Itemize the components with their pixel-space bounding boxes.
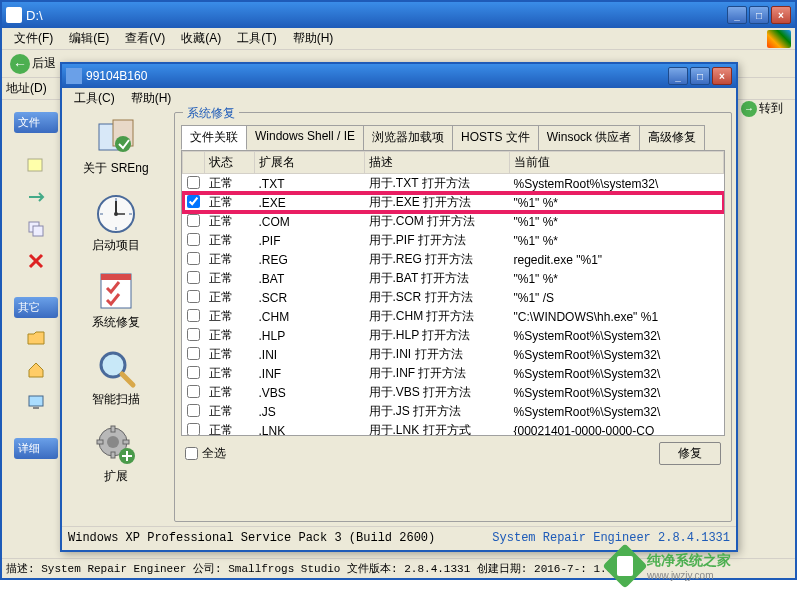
row-status: 正常: [205, 212, 255, 231]
delete-red-x-icon: [26, 251, 46, 271]
repair-button[interactable]: 修复: [659, 442, 721, 465]
table-row[interactable]: 正常.JS用于.JS 打开方法%SystemRoot%\System32\: [183, 402, 724, 421]
row-ext: .SCR: [255, 288, 365, 307]
col-status[interactable]: 状态: [205, 152, 255, 174]
row-status: 正常: [205, 231, 255, 250]
menu-view[interactable]: 查看(V): [117, 28, 173, 49]
row-value: "%1" /S: [510, 288, 724, 307]
tab-browser-addons[interactable]: 浏览器加载项: [363, 125, 453, 150]
table-row[interactable]: 正常.INF用于.INF 打开方法%SystemRoot%\System32\: [183, 364, 724, 383]
row-checkbox[interactable]: [187, 252, 200, 265]
sreng-window-buttons: _ □ ×: [668, 67, 732, 85]
table-row[interactable]: 正常.TXT用于.TXT 打开方法%SystemRoot%\system32\: [183, 174, 724, 194]
sreng-status-right[interactable]: System Repair Engineer 2.8.4.1331: [492, 531, 730, 545]
row-value: %SystemRoot%\System32\: [510, 345, 724, 364]
sidebar-label-about: 关于 SREng: [83, 160, 148, 177]
row-value: %SystemRoot%\System32\: [510, 383, 724, 402]
row-status: 正常: [205, 174, 255, 194]
tab-shell-ie[interactable]: Windows Shell / IE: [246, 125, 364, 150]
row-checkbox[interactable]: [187, 214, 200, 227]
tab-file-assoc[interactable]: 文件关联: [181, 125, 247, 150]
row-checkbox[interactable]: [187, 385, 200, 398]
back-label: 后退: [32, 55, 56, 72]
row-checkbox[interactable]: [187, 271, 200, 284]
table-row[interactable]: 正常.BAT用于.BAT 打开方法"%1" %*: [183, 269, 724, 288]
sidebar-item-extensions[interactable]: 扩展: [66, 420, 166, 489]
row-checkbox[interactable]: [187, 195, 200, 208]
row-checkbox[interactable]: [187, 233, 200, 246]
table-row[interactable]: 正常.INI用于.INI 打开方法%SystemRoot%\System32\: [183, 345, 724, 364]
row-desc: 用于.PIF 打开方法: [365, 231, 510, 250]
outer-minimize-button[interactable]: _: [727, 6, 747, 24]
goto-label[interactable]: 转到: [759, 100, 783, 117]
select-all-checkbox[interactable]: [185, 447, 198, 460]
table-row[interactable]: 正常.PIF用于.PIF 打开方法"%1" %*: [183, 231, 724, 250]
sreng-title-bar[interactable]: 99104B160 _ □ ×: [62, 64, 736, 88]
file-assoc-table-area: 状态 扩展名 描述 当前值 正常.TXT用于.TXT 打开方法%SystemRo…: [181, 150, 725, 436]
svg-rect-23: [111, 452, 115, 458]
menu-file[interactable]: 文件(F): [6, 28, 61, 49]
row-checkbox[interactable]: [187, 347, 200, 360]
col-check[interactable]: [183, 152, 205, 174]
menu-tools[interactable]: 工具(T): [229, 28, 284, 49]
outer-maximize-button[interactable]: □: [749, 6, 769, 24]
row-checkbox[interactable]: [187, 328, 200, 341]
svg-rect-22: [111, 426, 115, 432]
bg-tab-details[interactable]: 详细: [14, 438, 58, 459]
back-button[interactable]: ← 后退: [6, 52, 60, 76]
outer-menu-bar: 文件(F) 编辑(E) 查看(V) 收藏(A) 工具(T) 帮助(H): [2, 28, 795, 50]
outer-close-button[interactable]: ×: [771, 6, 791, 24]
svg-rect-4: [33, 407, 39, 409]
menu-favorites[interactable]: 收藏(A): [173, 28, 229, 49]
watermark: 纯净系统之家 www.jwzjy.com: [609, 548, 789, 584]
table-row[interactable]: 正常.CHM用于.CHM 打开方法"C:\WINDOWS\hh.exe" %1: [183, 307, 724, 326]
col-desc[interactable]: 描述: [365, 152, 510, 174]
table-row[interactable]: 正常.COM用于.COM 打开方法"%1" %*: [183, 212, 724, 231]
col-ext[interactable]: 扩展名: [255, 152, 365, 174]
row-checkbox[interactable]: [187, 423, 200, 436]
sreng-close-button[interactable]: ×: [712, 67, 732, 85]
table-row[interactable]: 正常.REG用于.REG 打开方法regedit.exe "%1": [183, 250, 724, 269]
row-status: 正常: [205, 288, 255, 307]
startup-clock-icon: [95, 193, 137, 235]
row-ext: .REG: [255, 250, 365, 269]
bg-tab-other[interactable]: 其它: [14, 297, 58, 318]
about-icon: [95, 116, 137, 158]
row-ext: .LNK: [255, 421, 365, 436]
goto-button-area: → 转到: [741, 100, 783, 117]
tab-advanced[interactable]: 高级修复: [639, 125, 705, 150]
table-row[interactable]: 正常.VBS用于.VBS 打开方法%SystemRoot%\System32\: [183, 383, 724, 402]
row-desc: 用于.INF 打开方法: [365, 364, 510, 383]
tab-hosts[interactable]: HOSTS 文件: [452, 125, 539, 150]
table-row[interactable]: 正常.HLP用于.HLP 打开方法%SystemRoot%\System32\: [183, 326, 724, 345]
table-row[interactable]: 正常.EXE用于.EXE 打开方法"%1" %*: [183, 193, 724, 212]
sidebar-item-about[interactable]: 关于 SREng: [66, 112, 166, 181]
watermark-sub: www.jwzjy.com: [647, 570, 731, 581]
sreng-menu-help[interactable]: 帮助(H): [123, 88, 180, 109]
row-checkbox[interactable]: [187, 366, 200, 379]
row-status: 正常: [205, 193, 255, 212]
row-checkbox[interactable]: [187, 176, 200, 189]
sreng-minimize-button[interactable]: _: [668, 67, 688, 85]
row-checkbox[interactable]: [187, 309, 200, 322]
row-ext: .HLP: [255, 326, 365, 345]
sidebar-item-startup[interactable]: 启动项目: [66, 189, 166, 258]
sidebar-item-system-repair[interactable]: 系统修复: [66, 266, 166, 335]
sidebar-item-smart-scan[interactable]: 智能扫描: [66, 343, 166, 412]
menu-edit[interactable]: 编辑(E): [61, 28, 117, 49]
col-value[interactable]: 当前值: [510, 152, 724, 174]
row-checkbox[interactable]: [187, 290, 200, 303]
tab-winsock[interactable]: Winsock 供应者: [538, 125, 641, 150]
table-row[interactable]: 正常.LNK用于.LNK 打开方式{00021401-0000-0000-CO: [183, 421, 724, 436]
sreng-maximize-button[interactable]: □: [690, 67, 710, 85]
sreng-menu-bar: 工具(C) 帮助(H): [62, 88, 736, 108]
row-value: %SystemRoot%\system32\: [510, 174, 724, 194]
bg-tab-files[interactable]: 文件: [14, 112, 58, 133]
table-row[interactable]: 正常.SCR用于.SCR 打开方法"%1" /S: [183, 288, 724, 307]
tabs-bar: 文件关联 Windows Shell / IE 浏览器加载项 HOSTS 文件 …: [181, 125, 725, 150]
row-desc: 用于.VBS 打开方法: [365, 383, 510, 402]
sreng-menu-tools[interactable]: 工具(C): [66, 88, 123, 109]
menu-help[interactable]: 帮助(H): [285, 28, 342, 49]
row-checkbox[interactable]: [187, 404, 200, 417]
row-value: {00021401-0000-0000-CO: [510, 421, 724, 436]
